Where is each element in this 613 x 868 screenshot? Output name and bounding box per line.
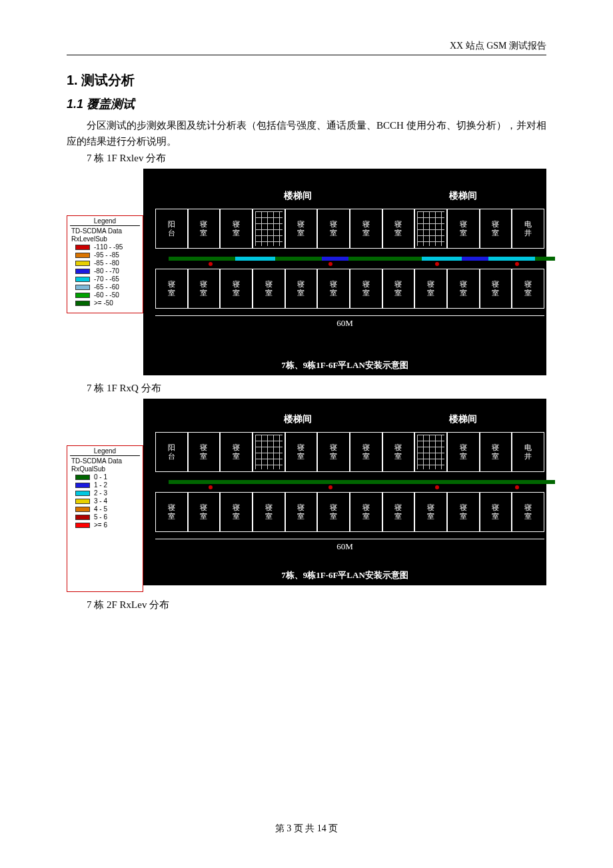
marker-icon (515, 262, 519, 266)
room-cell: 电井 (512, 432, 544, 472)
legend-swatch (75, 285, 90, 290)
room-cell: 寝室 (350, 432, 382, 472)
plan-caption: 7栋、9栋1F-6F平LAN安装示意图 (143, 359, 546, 371)
room-cell (253, 432, 285, 472)
room-cell: 寝室 (220, 492, 253, 532)
marker-icon (328, 262, 332, 266)
room-cell (414, 432, 447, 472)
figure3-label: 7 栋 2F RxLev 分布 (87, 599, 546, 611)
legend-label: -85 - -80 (94, 259, 119, 267)
room-cell: 寝室 (414, 269, 447, 309)
figure2-label: 7 栋 1F RxQ 分布 (87, 382, 546, 395)
header-site-title: XX 站点 GSM 测试报告 (67, 40, 546, 52)
room-cell: 阳台 (155, 209, 188, 249)
room-cell: 寝室 (285, 269, 318, 309)
marker-icon (328, 485, 332, 489)
plan-caption: 7栋、9栋1F-6F平LAN安装示意图 (143, 569, 546, 581)
legend-title: Legend (70, 447, 140, 456)
legend-row: >= 6 (70, 521, 140, 529)
marker-icon (515, 485, 519, 489)
room-cell (414, 209, 447, 249)
legend-swatch (75, 499, 90, 504)
room-cell: 寝室 (382, 269, 415, 309)
room-cell: 寝室 (253, 492, 285, 532)
legend-swatch (75, 253, 90, 258)
legend-row: -110 - -95 (70, 243, 140, 251)
legend-swatch (75, 491, 90, 496)
room-cell: 寝室 (220, 209, 253, 249)
stair-label: 楼梯间 (449, 190, 477, 202)
legend-label: 4 - 5 (94, 505, 107, 513)
room-cell: 寝室 (188, 209, 221, 249)
marker-icon (435, 262, 439, 266)
room-cell: 寝室 (512, 269, 544, 309)
track-segment (169, 480, 555, 484)
track-segment (275, 257, 322, 261)
legend-swatch (75, 277, 90, 282)
legend-label: -80 - -70 (94, 267, 119, 275)
legend-row: -85 - -80 (70, 259, 140, 267)
legend-swatch (75, 269, 90, 274)
marker-icon (209, 485, 213, 489)
legend-swatch (75, 301, 90, 306)
legend-row: -70 - -65 (70, 275, 140, 283)
legend-sub2: RxLevelSub (70, 235, 140, 243)
room-cell: 寝室 (480, 209, 512, 249)
legend-label: -65 - -60 (94, 283, 119, 291)
room-cell: 寝室 (188, 269, 221, 309)
track-segment (535, 257, 555, 261)
legend-label: >= 6 (94, 521, 107, 529)
figure1-label: 7 栋 1F Rxlev 分布 (87, 152, 546, 165)
legend-label: 5 - 6 (94, 513, 107, 521)
room-cell: 阳台 (155, 432, 188, 472)
section-heading-1: 1. 测试分析 (67, 71, 546, 89)
legend-row: 2 - 3 (70, 489, 140, 497)
section-heading-1-1: 1.1 覆盖测试 (67, 96, 546, 112)
legend-swatch (75, 515, 90, 520)
marker-icon (435, 485, 439, 489)
legend-title: Legend (70, 217, 140, 226)
room-cell: 寝室 (317, 492, 350, 532)
floorplan-rxlev: 楼梯间楼梯间阳台寝室寝室寝室寝室寝室寝室寝室寝室电井寝室寝室寝室寝室寝室寝室寝室… (143, 169, 546, 375)
track-segment (348, 257, 422, 261)
legend-label: -70 - -65 (94, 275, 119, 283)
room-cell: 寝室 (350, 209, 382, 249)
room-cell: 寝室 (350, 492, 382, 532)
figure1-container: Legend TD-SCDMA Data RxLevelSub -110 - -… (67, 169, 546, 375)
room-cell: 寝室 (447, 492, 480, 532)
room-cell: 寝室 (447, 432, 480, 472)
room-cell: 寝室 (382, 432, 415, 472)
room-cell: 寝室 (382, 209, 415, 249)
legend-row: -80 - -70 (70, 267, 140, 275)
legend-sub1: TD-SCDMA Data (70, 227, 140, 235)
marker-icon (209, 262, 213, 266)
legend-sub2: RxQualSub (70, 465, 140, 473)
dimension-label: 60M (143, 541, 546, 552)
room-cell: 寝室 (447, 269, 480, 309)
room-cell: 寝室 (414, 492, 447, 532)
legend-label: -60 - -50 (94, 291, 119, 299)
legend-rxq: Legend TD-SCDMA Data RxQualSub 0 - 11 - … (67, 445, 143, 592)
legend-label: -110 - -95 (94, 243, 123, 251)
room-cell: 寝室 (188, 492, 221, 532)
room-cell: 电井 (512, 209, 544, 249)
room-cell: 寝室 (220, 269, 253, 309)
legend-label: 2 - 3 (94, 489, 107, 497)
room-cell: 寝室 (480, 492, 512, 532)
room-cell: 寝室 (382, 492, 415, 532)
room-cell (253, 209, 285, 249)
legend-rxlev: Legend TD-SCDMA Data RxLevelSub -110 - -… (67, 215, 143, 313)
legend-swatch (75, 475, 90, 480)
legend-sub1: TD-SCDMA Data (70, 457, 140, 465)
room-cell: 寝室 (317, 432, 350, 472)
room-cell: 寝室 (220, 432, 253, 472)
intro-paragraph: 分区测试的步测效果图及统计分析表（包括信号强度、通话质量、BCCH 使用分布、切… (67, 117, 546, 149)
room-cell: 寝室 (447, 209, 480, 249)
room-cell: 寝室 (253, 269, 285, 309)
legend-swatch (75, 523, 90, 528)
track-segment (235, 257, 275, 261)
room-cell: 寝室 (480, 432, 512, 472)
legend-label: 1 - 2 (94, 481, 107, 489)
legend-row: -65 - -60 (70, 283, 140, 291)
stair-label: 楼梯间 (284, 413, 312, 425)
